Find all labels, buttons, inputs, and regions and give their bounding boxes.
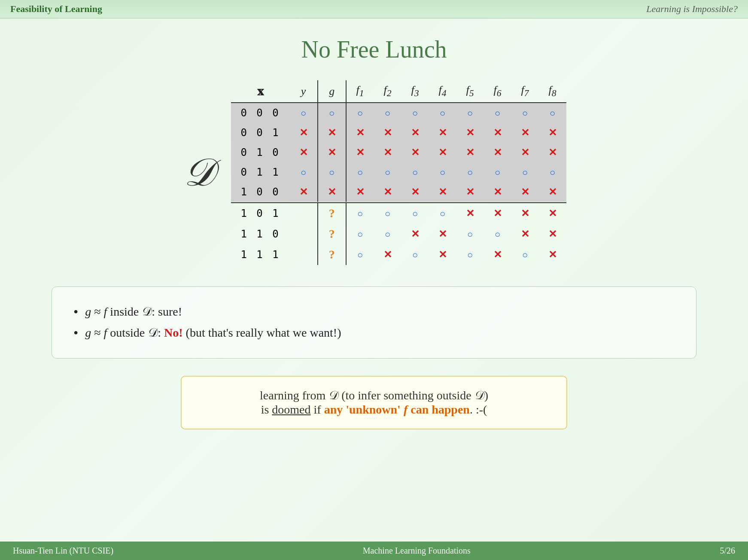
- d-symbol: 𝒟: [182, 150, 214, 195]
- cell-f4: ○: [429, 162, 456, 182]
- cell-f1: ○: [346, 162, 374, 182]
- cell-f6: ○: [484, 103, 511, 123]
- table-row: 1 1 0 ? ○ ○ ✕ ✕ ○ ○ ✕ ✕: [231, 224, 566, 244]
- col-header-f4: f4: [429, 80, 456, 103]
- cell-f6: ✕: [484, 182, 511, 202]
- cell-f3: ○: [401, 103, 429, 123]
- cell-f6: ✕: [484, 143, 511, 162]
- cell-f1: ○: [346, 244, 374, 265]
- cell-f7: ✕: [511, 143, 539, 162]
- cell-f7: ✕: [511, 182, 539, 202]
- cell-f6: ✕: [484, 244, 511, 265]
- cell-f2: ○: [374, 224, 401, 244]
- cell-y: ○: [290, 103, 318, 123]
- bullet-dot-2: •: [73, 325, 78, 341]
- cell-f5: ✕: [456, 123, 484, 143]
- col-header-f3: f3: [401, 80, 429, 103]
- cell-x: 0 0 1: [231, 123, 289, 143]
- cell-g: ✕: [318, 182, 346, 202]
- cell-f5: ○: [456, 162, 484, 182]
- table-row: 0 0 0 ○ ○ ○ ○ ○ ○ ○ ○ ○ ○: [231, 103, 566, 123]
- cell-f2: ○: [374, 103, 401, 123]
- table-section: 𝒟 𝐱 y g f1 f2 f3 f4 f5 f6 f7 f8: [26, 80, 722, 265]
- cell-f5: ✕: [456, 203, 484, 224]
- cell-f6: ✕: [484, 123, 511, 143]
- cell-f1: ○: [346, 103, 374, 123]
- cell-y: ○: [290, 162, 318, 182]
- note-box: learning from 𝒟 (to infer something outs…: [181, 376, 567, 429]
- cell-f7: ○: [511, 244, 539, 265]
- cell-f2: ✕: [374, 182, 401, 202]
- cell-f1: ✕: [346, 182, 374, 202]
- bullet-dot-1: •: [73, 304, 78, 320]
- cell-y: ✕: [290, 123, 318, 143]
- cell-f7: ○: [511, 162, 539, 182]
- table-row: 0 1 1 ○ ○ ○ ○ ○ ○ ○ ○ ○ ○: [231, 162, 566, 182]
- cell-f8: ✕: [539, 203, 566, 224]
- cell-f5: ✕: [456, 182, 484, 202]
- cell-f6: ✕: [484, 203, 511, 224]
- cell-f8: ✕: [539, 244, 566, 265]
- bullet-item-2: • g ≈ f outside 𝒟: No! (but that's reall…: [73, 325, 675, 341]
- col-header-g: g: [318, 80, 346, 103]
- cell-g: ✕: [318, 143, 346, 162]
- cell-f3: ✕: [401, 182, 429, 202]
- cell-f7: ✕: [511, 224, 539, 244]
- cell-f8: ✕: [539, 123, 566, 143]
- cell-x: 0 1 0: [231, 143, 289, 162]
- cell-f6: ○: [484, 162, 511, 182]
- table-row: 0 1 0 ✕ ✕ ✕ ✕ ✕ ✕ ✕ ✕ ✕ ✕: [231, 143, 566, 162]
- col-header-f2: f2: [374, 80, 401, 103]
- cell-y: [290, 224, 318, 244]
- cell-f7: ✕: [511, 123, 539, 143]
- cell-f8: ✕: [539, 224, 566, 244]
- note-line2: is doomed if any 'unknown' f can happen.…: [207, 403, 541, 417]
- table-row: 1 1 1 ? ○ ✕ ○ ✕ ○ ✕ ○ ✕: [231, 244, 566, 265]
- cell-f5: ○: [456, 224, 484, 244]
- note-line1: learning from 𝒟 (to infer something outs…: [207, 389, 541, 403]
- footer-left: Hsuan-Tien Lin (NTU CSIE): [13, 546, 113, 556]
- cell-f5: ○: [456, 103, 484, 123]
- header-center: Learning is Impossible?: [646, 3, 738, 15]
- page-title: No Free Lunch: [26, 36, 722, 63]
- bullet-text-2: g ≈ f outside 𝒟: No! (but that's really …: [85, 326, 341, 340]
- cell-f1: ○: [346, 203, 374, 224]
- cell-f8: ✕: [539, 182, 566, 202]
- col-header-f6: f6: [484, 80, 511, 103]
- bullet-text-1: g ≈ f inside 𝒟: sure!: [85, 305, 182, 319]
- cell-x: 1 1 1: [231, 244, 289, 265]
- col-header-f1: f1: [346, 80, 374, 103]
- no-label: No!: [164, 326, 183, 339]
- cell-f8: ○: [539, 103, 566, 123]
- cell-f4: ✕: [429, 123, 456, 143]
- col-header-y: y: [290, 80, 318, 103]
- header-left: Feasibility of Learning: [10, 3, 102, 15]
- cell-f7: ○: [511, 103, 539, 123]
- col-header-f7: f7: [511, 80, 539, 103]
- cell-f5: ✕: [456, 143, 484, 162]
- cell-f8: ○: [539, 162, 566, 182]
- cell-f2: ✕: [374, 123, 401, 143]
- cell-f2: ○: [374, 203, 401, 224]
- cell-f4: ✕: [429, 244, 456, 265]
- cell-f2: ✕: [374, 244, 401, 265]
- cell-f1: ○: [346, 224, 374, 244]
- key-phrase: any 'unknown' f can happen: [324, 403, 470, 416]
- main-content: No Free Lunch 𝒟 𝐱 y g f1 f2 f3 f4 f5 f6 …: [0, 18, 748, 438]
- cell-f3: ✕: [401, 123, 429, 143]
- cell-y: [290, 203, 318, 224]
- cell-g: ○: [318, 103, 346, 123]
- cell-f4: ○: [429, 203, 456, 224]
- cell-f6: ○: [484, 224, 511, 244]
- cell-f7: ✕: [511, 203, 539, 224]
- cell-g: ?: [318, 244, 346, 265]
- cell-f3: ○: [401, 162, 429, 182]
- cell-g: ?: [318, 224, 346, 244]
- col-header-f8: f8: [539, 80, 566, 103]
- cell-y: [290, 244, 318, 265]
- footer-center: Machine Learning Foundations: [363, 546, 471, 556]
- cell-f1: ✕: [346, 143, 374, 162]
- cell-f5: ○: [456, 244, 484, 265]
- cell-f4: ✕: [429, 143, 456, 162]
- cell-f3: ✕: [401, 143, 429, 162]
